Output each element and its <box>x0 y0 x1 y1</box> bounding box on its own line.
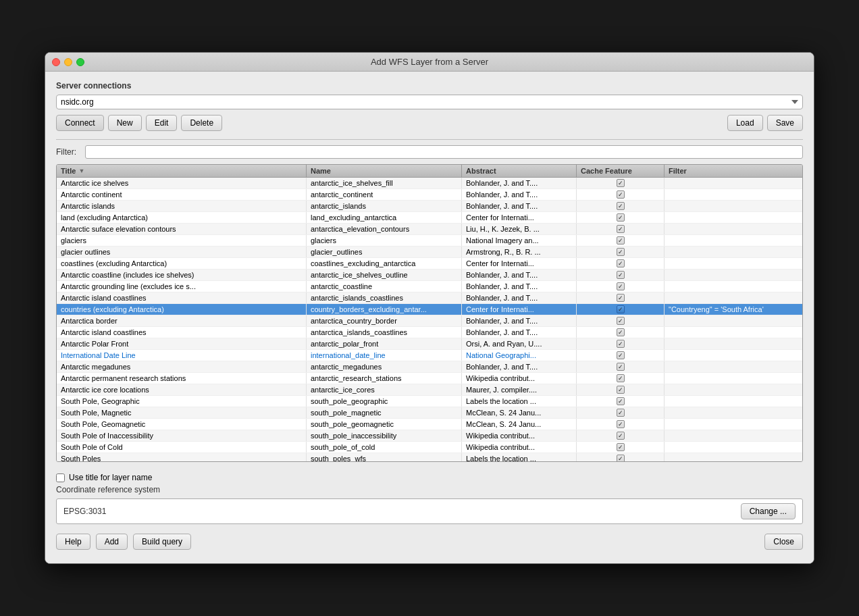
td-cache[interactable] <box>577 189 665 200</box>
td-title: Antarctic megadunes <box>57 361 307 372</box>
table-row[interactable]: countries (excluding Antarctica) country… <box>57 304 802 315</box>
minimize-button[interactable] <box>64 58 72 66</box>
table-row[interactable]: coastlines (excluding Antarctica) coastl… <box>57 258 802 270</box>
cache-checkbox[interactable] <box>617 282 625 290</box>
td-cache[interactable] <box>577 235 665 246</box>
td-cache[interactable] <box>577 327 665 338</box>
table-row[interactable]: Antarctic ice core locations antarctic_i… <box>57 384 802 396</box>
cache-checkbox[interactable] <box>617 259 625 267</box>
td-name: antarctica_elevation_contours <box>307 224 462 234</box>
td-cache[interactable] <box>577 350 665 361</box>
td-cache[interactable] <box>577 315 665 326</box>
cache-checkbox[interactable] <box>617 432 625 440</box>
td-cache[interactable] <box>577 292 665 303</box>
table-row[interactable]: land (excluding Antarctica) land_excludi… <box>57 212 802 224</box>
td-cache[interactable] <box>577 178 665 188</box>
add-button[interactable]: Add <box>96 534 128 550</box>
td-cache[interactable] <box>577 304 665 315</box>
maximize-button[interactable] <box>76 58 84 66</box>
cache-checkbox[interactable] <box>617 397 625 405</box>
save-button[interactable]: Save <box>767 115 803 131</box>
td-title: Antarctic grounding line (excludes ice s… <box>57 281 307 292</box>
table-row[interactable]: Antarctic Polar Front antarctic_polar_fr… <box>57 338 802 350</box>
table-row[interactable]: Antarctic islands antarctic_islands Bohl… <box>57 201 802 212</box>
cache-checkbox[interactable] <box>617 225 625 233</box>
td-cache[interactable] <box>577 247 665 257</box>
td-cache[interactable] <box>577 396 665 407</box>
cache-checkbox[interactable] <box>617 236 625 245</box>
cache-checkbox[interactable] <box>617 351 625 359</box>
td-cache[interactable] <box>577 270 665 280</box>
cache-checkbox[interactable] <box>617 374 625 382</box>
use-title-checkbox[interactable] <box>56 473 65 482</box>
td-cache[interactable] <box>577 281 665 292</box>
td-cache[interactable] <box>577 224 665 234</box>
table-row[interactable]: Antarctic permanent research stations an… <box>57 373 802 384</box>
table-row[interactable]: South Poles south_poles_wfs Labels the l… <box>57 453 802 461</box>
new-button[interactable]: New <box>108 115 142 131</box>
cache-checkbox[interactable] <box>617 317 625 325</box>
table-row[interactable]: Antarctic suface elevation contours anta… <box>57 224 802 235</box>
table-row[interactable]: South Pole of Inaccessibility south_pole… <box>57 430 802 442</box>
td-cache[interactable] <box>577 442 665 453</box>
change-crs-button[interactable]: Change ... <box>741 503 796 519</box>
cache-checkbox[interactable] <box>617 213 625 222</box>
td-cache[interactable] <box>577 258 665 269</box>
cache-checkbox[interactable] <box>617 363 625 371</box>
table-row[interactable]: glacier outlines glacier_outlines Armstr… <box>57 247 802 258</box>
td-cache[interactable] <box>577 453 665 461</box>
cache-checkbox[interactable] <box>617 386 625 394</box>
close-button[interactable] <box>52 58 60 66</box>
table-row[interactable]: Antarctica border antarctica_country_bor… <box>57 315 802 327</box>
table-row[interactable]: Antarctic island coastlines antarctica_i… <box>57 327 802 338</box>
cache-checkbox[interactable] <box>617 202 625 210</box>
filter-input[interactable] <box>85 145 803 159</box>
cache-checkbox[interactable] <box>617 443 625 451</box>
td-filter <box>665 178 802 188</box>
cache-checkbox[interactable] <box>617 294 625 302</box>
table-row[interactable]: glaciers glaciers National Imagery an... <box>57 235 802 247</box>
cache-checkbox[interactable] <box>617 420 625 428</box>
td-cache[interactable] <box>577 201 665 211</box>
td-cache[interactable] <box>577 384 665 395</box>
cache-checkbox[interactable] <box>617 179 625 187</box>
td-cache[interactable] <box>577 361 665 372</box>
cache-checkbox[interactable] <box>617 305 625 313</box>
table-row[interactable]: Antarctic island coastlines antarctic_is… <box>57 292 802 304</box>
connect-button[interactable]: Connect <box>56 115 104 131</box>
td-cache[interactable] <box>577 373 665 384</box>
table-row[interactable]: South Pole, Geomagnetic south_pole_geoma… <box>57 419 802 430</box>
edit-button[interactable]: Edit <box>146 115 178 131</box>
td-cache[interactable] <box>577 338 665 349</box>
td-cache[interactable] <box>577 430 665 441</box>
build-query-button[interactable]: Build query <box>133 534 191 550</box>
td-abstract: Center for Internati... <box>462 212 577 223</box>
td-cache[interactable] <box>577 407 665 418</box>
close-dialog-button[interactable]: Close <box>764 534 803 550</box>
table-row[interactable]: Antarctic coastline (includes ice shelve… <box>57 270 802 281</box>
td-cache[interactable] <box>577 212 665 223</box>
table-row[interactable]: Antarctic grounding line (excludes ice s… <box>57 281 802 292</box>
cache-checkbox[interactable] <box>617 248 625 256</box>
table-row[interactable]: Antarctic continent antarctic_continent … <box>57 189 802 201</box>
delete-button[interactable]: Delete <box>181 115 222 131</box>
cache-checkbox[interactable] <box>617 271 625 279</box>
td-cache[interactable] <box>577 419 665 430</box>
cache-checkbox[interactable] <box>617 455 625 461</box>
table-row[interactable]: South Pole, Geographic south_pole_geogra… <box>57 396 802 407</box>
server-select[interactable]: nsidc.org <box>56 95 803 109</box>
table-row[interactable]: Antarctic megadunes antarctic_megadunes … <box>57 361 802 373</box>
table-row[interactable]: International Date Line international_da… <box>57 350 802 361</box>
td-name: glaciers <box>307 235 462 246</box>
cache-checkbox[interactable] <box>617 190 625 199</box>
cache-checkbox[interactable] <box>617 328 625 336</box>
cache-checkbox[interactable] <box>617 340 625 348</box>
table-row[interactable]: South Pole of Cold south_pole_of_cold Wi… <box>57 442 802 453</box>
cache-checkbox[interactable] <box>617 409 625 417</box>
table-row[interactable]: Antarctic ice shelves antarctic_ice_shel… <box>57 178 802 189</box>
help-button[interactable]: Help <box>56 534 90 550</box>
server-row: nsidc.org <box>56 95 803 109</box>
load-button[interactable]: Load <box>727 115 763 131</box>
td-filter <box>665 338 802 349</box>
table-row[interactable]: South Pole, Magnetic south_pole_magnetic… <box>57 407 802 419</box>
